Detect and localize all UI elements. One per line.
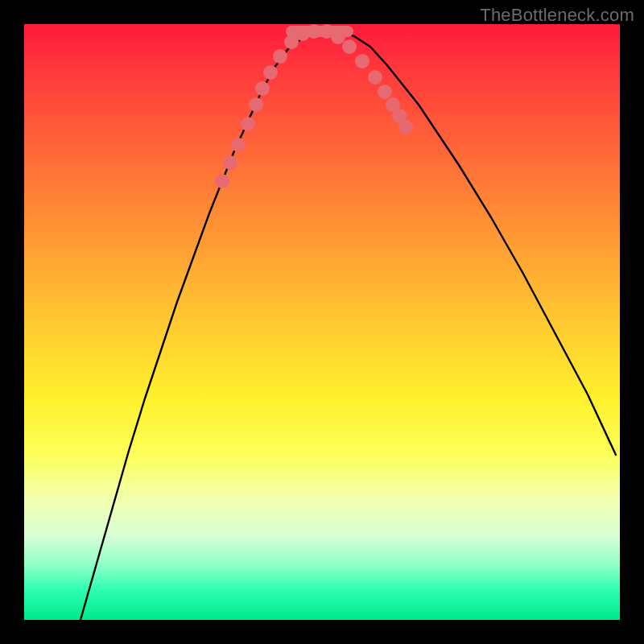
- curve-marker-dot: [378, 85, 392, 99]
- curve-marker-dot: [368, 70, 382, 85]
- chart-svg: [24, 24, 620, 620]
- bottleneck-curve: [80, 31, 616, 620]
- curve-marker-dot: [331, 30, 345, 44]
- curve-marker-dot: [355, 54, 369, 68]
- curve-marker-dot: [398, 120, 413, 134]
- curve-markers: [215, 24, 413, 188]
- curve-marker-dot: [215, 174, 229, 188]
- watermark-text: TheBottleneck.com: [480, 5, 634, 26]
- curve-marker-dot: [231, 138, 246, 152]
- curve-marker-dot: [342, 39, 357, 54]
- curve-marker-dot: [223, 155, 237, 170]
- curve-marker-dot: [263, 65, 278, 80]
- curve-marker-dot: [273, 49, 287, 64]
- curve-marker-dot: [241, 117, 255, 131]
- curve-marker-dot: [255, 81, 270, 96]
- chart-plot-area: [24, 24, 620, 620]
- curve-marker-dot: [307, 24, 321, 39]
- curve-marker-dot: [249, 97, 263, 112]
